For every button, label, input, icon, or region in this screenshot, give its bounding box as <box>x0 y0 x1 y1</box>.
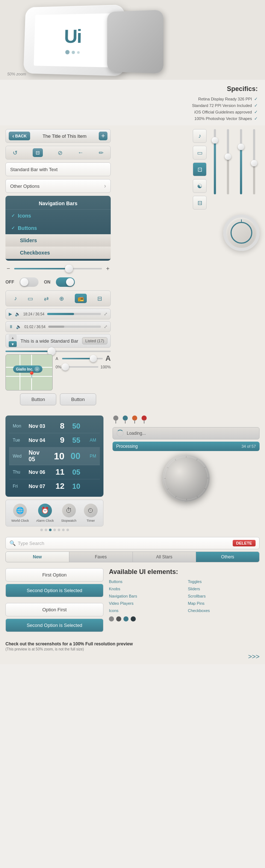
clock-item-stopwatch[interactable]: ⏱ Stopwatch <box>61 504 77 522</box>
pause-icon[interactable]: ⏸ <box>9 324 13 329</box>
options-bar-text: Other Options <box>10 183 40 189</box>
pin-red <box>141 416 147 423</box>
expand-icon[interactable]: ⤢ <box>104 311 107 317</box>
refresh-icon[interactable]: ↺ <box>13 149 17 156</box>
tab-others[interactable]: Others <box>196 552 259 562</box>
calendar-right-panel: Loading... Processing 34 of 57 <box>109 416 260 533</box>
options-bar[interactable]: Other Options › <box>5 179 111 193</box>
v-track-3[interactable] <box>240 129 242 194</box>
v-track-1[interactable] <box>214 129 216 194</box>
font-track-1[interactable] <box>62 358 103 359</box>
delete-button[interactable]: DELETE <box>233 540 256 546</box>
world-clock-icon: 🌐 <box>13 504 27 517</box>
timer-icon: ⏲ <box>84 504 98 517</box>
right-icon-grid[interactable]: ⊟ <box>193 196 207 210</box>
slider-row: − + <box>5 264 111 274</box>
menu-item-icons-label: Icons <box>18 213 31 219</box>
back-button[interactable]: BACK <box>9 132 30 140</box>
right-icon-monitor[interactable]: ▭ <box>193 146 207 160</box>
upload-icon[interactable]: ⊕ <box>59 295 64 302</box>
first-option-btn-2[interactable]: Option First <box>5 603 103 616</box>
button-1[interactable]: Button <box>20 393 56 405</box>
arrow-up-btn[interactable]: ▲ <box>9 335 17 340</box>
monitor-icon[interactable]: ▭ <box>28 295 33 302</box>
check-icon-2: ✓ <box>254 103 258 108</box>
v-thumb-2[interactable] <box>225 153 231 160</box>
check-icon-3: ✓ <box>254 109 258 115</box>
menu-item-buttons[interactable]: ✓ Buttons <box>5 222 111 234</box>
slider-thumb[interactable] <box>65 265 73 273</box>
chevron-right-icon: › <box>104 183 106 189</box>
v-thumb-1[interactable] <box>212 137 218 144</box>
back-arrow-icon[interactable]: ← <box>78 149 83 156</box>
h-slider-track[interactable] <box>5 351 111 352</box>
toggle-off-switch[interactable] <box>20 277 38 287</box>
menu-item-checkboxes[interactable]: Checkboxes <box>5 247 111 259</box>
right-icon-active[interactable]: ⊡ <box>193 162 207 176</box>
check-icon-4: ✓ <box>254 116 258 121</box>
first-option-btn-1[interactable]: First Option <box>5 568 103 582</box>
right-icon-wifi[interactable]: ☯ <box>193 179 207 193</box>
tab-all-stars[interactable]: All Stars <box>133 552 196 562</box>
standard-bar: Standard Bar with Text <box>5 162 111 176</box>
color-dot-dark <box>116 616 121 621</box>
v-track-2[interactable] <box>227 129 229 194</box>
slider-track[interactable] <box>14 268 102 269</box>
trash-icon[interactable]: ⊘ <box>58 149 62 156</box>
slider-minus-icon[interactable]: − <box>5 265 11 272</box>
large-knob[interactable] <box>163 455 210 502</box>
progress-time-2: 01:02 / 36:54 <box>24 325 45 329</box>
pct-thumb[interactable] <box>62 363 69 371</box>
v-thumb-3[interactable] <box>238 144 244 150</box>
plus-button[interactable]: + <box>99 132 107 140</box>
font-a-big: A <box>105 354 111 363</box>
clock-item-world[interactable]: 🌐 World Clock <box>11 504 29 522</box>
clock-item-alarm[interactable]: ⏰ Alarm Clock <box>36 504 54 522</box>
knob[interactable] <box>223 215 260 251</box>
toggle-on-label: ON <box>44 280 50 285</box>
menu-item-icons[interactable]: ✓ Icons <box>5 210 111 222</box>
expand-icon-2[interactable]: ⤢ <box>104 324 107 329</box>
play-icon[interactable]: ▶ <box>9 311 12 317</box>
progress-track-1[interactable] <box>47 313 101 315</box>
specifics-title: Specifics: <box>7 85 258 93</box>
wide-bar-arrows: ▲ ▼ <box>9 335 17 347</box>
tab-faves[interactable]: Faves <box>69 552 133 562</box>
progress-track-2[interactable] <box>48 326 101 328</box>
avail-scrollbars: Scrollbars <box>188 593 260 599</box>
media-icons-row: ♪ ▭ ⇄ ⊕ 📻 ⊟ <box>5 290 111 306</box>
right-icons-area: ♪ ▭ ⊡ ☯ ⊟ <box>193 129 260 211</box>
button-2[interactable]: Button <box>60 393 96 405</box>
footer-arrows: >>> <box>5 653 260 661</box>
music-note-icon[interactable]: ♪ <box>14 295 17 302</box>
processing-text: Processing <box>116 444 138 449</box>
standard-bar-text: Standard Bar with Text <box>10 167 58 172</box>
volume-icon[interactable]: 🔈 <box>15 311 20 317</box>
date-row-tue: Tue Nov 04 9 55 AM <box>9 433 100 447</box>
shuffle-icon[interactable]: ⇄ <box>44 295 49 302</box>
podcast-icon[interactable]: 📻 <box>75 294 87 303</box>
bottom-left-options: First Option Second Option is Selected O… <box>5 568 103 634</box>
tab-new[interactable]: New <box>6 552 69 562</box>
right-icon-music[interactable]: ♪ <box>193 129 207 143</box>
dot-1 <box>40 529 43 531</box>
font-thumb-1[interactable] <box>90 355 97 362</box>
menu-item-buttons-label: Buttons <box>18 225 37 231</box>
progress-bar-row-2: ⏸ 🔈 01:02 / 36:54 ⤢ <box>5 321 111 332</box>
color-dot-teal <box>123 616 129 621</box>
grid-icon[interactable]: ⊟ <box>97 295 102 302</box>
menu-item-sliders[interactable]: Sliders <box>5 234 111 247</box>
second-option-btn-2[interactable]: Second Option is Selected <box>5 619 103 632</box>
slider-plus-icon[interactable]: + <box>105 265 111 272</box>
second-option-btn-1[interactable]: Second Option is Selected <box>5 584 103 597</box>
search-placeholder[interactable]: Type Search <box>18 541 231 546</box>
v-thumb-4[interactable] <box>251 160 257 166</box>
arrow-down-btn[interactable]: ▼ <box>9 341 17 347</box>
clock-item-timer[interactable]: ⏲ Timer <box>84 504 98 522</box>
inbox-icon[interactable]: ⊟ <box>33 148 43 157</box>
pct-track[interactable] <box>64 366 98 368</box>
toggle-on-switch[interactable] <box>56 277 75 287</box>
edit-icon[interactable]: ✏ <box>99 149 103 156</box>
v-track-4[interactable] <box>253 129 255 194</box>
volume-icon-2[interactable]: 🔈 <box>16 324 21 329</box>
